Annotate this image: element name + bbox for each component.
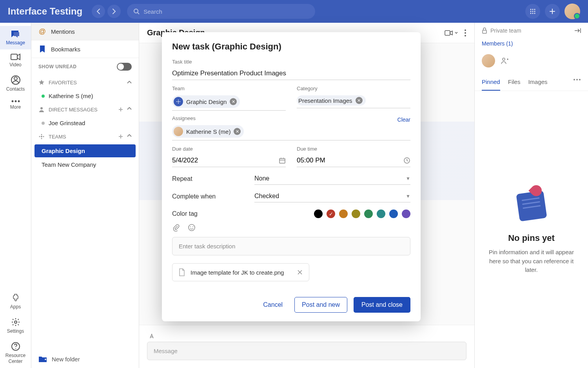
svg-point-34 [178,100,179,100]
color-tag-row: Color tag [172,210,410,218]
svg-point-42 [190,226,191,227]
assignee-avatar [174,127,183,136]
team-chip: Graphic Design ✕ [172,95,240,108]
color-swatch[interactable] [339,210,348,218]
team-chip-input[interactable]: Graphic Design ✕ [172,94,286,111]
svg-rect-39 [279,158,285,163]
color-swatch[interactable] [402,210,410,218]
category-chip-label: Presentation Images [298,97,352,104]
repeat-row: Repeat None ▼ [172,173,410,185]
modal-footer: Cancel Post and new Post and close [172,297,410,313]
color-swatch[interactable] [389,210,398,218]
due-time-field[interactable] [297,154,410,167]
category-chip: Presentation Images ✕ [297,95,366,106]
svg-point-38 [178,101,179,102]
assignee-chip: Katherine S (me) ✕ [172,125,244,138]
complete-when-select[interactable]: Checked ▼ [254,190,410,202]
file-icon [179,268,185,276]
repeat-select[interactable]: None ▼ [254,173,410,185]
description-toolbar [172,224,410,231]
team-label: Team [172,86,286,91]
category-chip-remove[interactable]: ✕ [356,97,363,104]
chevron-down-icon: ▼ [406,193,410,199]
modal-title: New task (Graphic Design) [172,42,410,52]
category-label: Category [297,86,410,91]
color-swatch[interactable] [364,210,373,218]
complete-when-value: Checked [254,193,279,200]
assignees-chip-input[interactable]: Katherine S (me) ✕ [172,124,410,140]
color-swatch[interactable] [327,210,335,218]
assignee-chip-label: Katherine S (me) [186,128,230,135]
post-and-close-button[interactable]: Post and close [354,297,410,313]
assignee-chip-remove[interactable]: ✕ [234,128,241,135]
color-swatch[interactable] [377,210,385,218]
svg-point-35 [176,101,177,102]
paperclip-icon [172,224,180,231]
svg-point-41 [189,224,195,231]
color-swatch[interactable] [352,210,360,218]
chevron-down-icon: ▼ [406,176,410,181]
category-chip-input[interactable]: Presentation Images ✕ [297,94,410,108]
complete-when-label: Complete when [172,193,254,200]
task-title-input[interactable] [172,67,410,80]
attachment-chip: Image template for JK to create.png [172,263,309,281]
due-time-input[interactable] [297,154,403,167]
color-swatches [314,210,410,218]
emoji-button[interactable] [188,224,196,231]
attachment-filename: Image template for JK to create.png [191,269,284,276]
attach-button[interactable] [172,224,180,231]
due-time-label: Due time [297,146,410,152]
svg-point-43 [192,226,193,227]
repeat-value: None [254,175,269,182]
color-swatch[interactable] [314,210,323,218]
due-date-input[interactable] [172,154,279,167]
post-and-new-button[interactable]: Post and new [294,297,347,313]
svg-point-37 [178,103,179,104]
new-task-modal: New task (Graphic Design) Task title Tea… [162,32,421,321]
color-tag-label: Color tag [172,210,254,217]
calendar-icon[interactable] [279,157,286,164]
team-chip-icon [174,97,183,106]
svg-point-36 [180,101,180,102]
complete-when-row: Complete when Checked ▼ [172,190,410,202]
emoji-icon [188,224,196,231]
cancel-button[interactable]: Cancel [258,297,288,312]
close-icon [297,270,303,275]
team-chip-remove[interactable]: ✕ [230,98,237,105]
due-date-label: Due date [172,146,286,152]
repeat-label: Repeat [172,175,254,182]
attachment-remove[interactable] [297,270,303,275]
task-description-input[interactable]: Enter task description [172,237,410,255]
assignees-clear[interactable]: Clear [397,117,410,123]
task-title-label: Task title [172,59,410,65]
assignees-label: Assignees [172,115,196,121]
due-date-field[interactable] [172,154,286,167]
clock-icon[interactable] [403,157,410,164]
team-chip-label: Graphic Design [186,98,227,105]
